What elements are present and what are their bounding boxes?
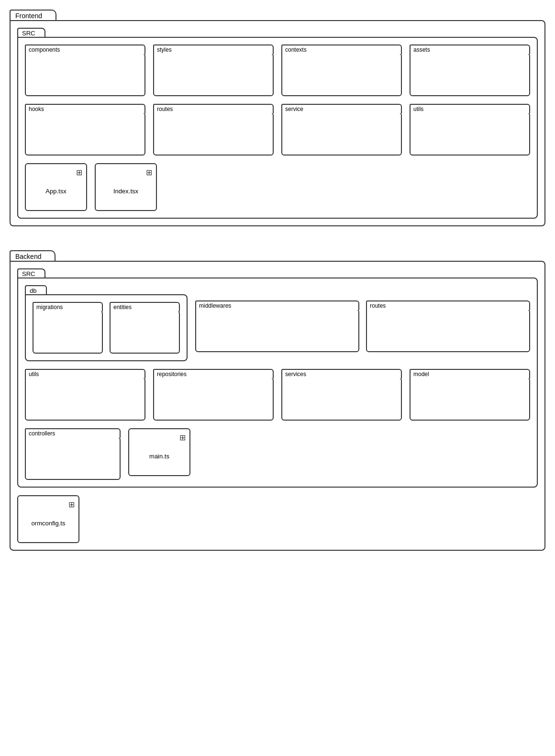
folder-service-tab: service [281, 104, 402, 113]
folder-services-tab: services [281, 369, 402, 378]
backend-db-container: migrations entities [25, 294, 188, 361]
folder-middlewares: middlewares [195, 300, 359, 352]
folder-repositories: repositories [153, 369, 274, 421]
frontend-folders-row2: hooks routes service utils [25, 104, 530, 156]
folder-entities-tab: entities [110, 302, 180, 311]
file-app-tsx: ⊞ App.tsx [25, 163, 87, 211]
folder-components-body [25, 53, 145, 96]
folder-service-body [281, 112, 402, 156]
backend-src-label: SRC [17, 268, 45, 278]
backend-mw-routes: middlewares routes [195, 300, 530, 361]
file-label-app: App.tsx [45, 188, 66, 195]
folder-backend-utils-tab: utils [25, 369, 145, 378]
folder-hooks-body [25, 112, 145, 156]
folder-contexts-tab: contexts [281, 44, 402, 54]
folder-backend-routes-tab: routes [366, 300, 530, 310]
folder-styles-body [153, 53, 274, 96]
file-ormconfig-ts: ⊞ ormconfig.ts [17, 495, 79, 543]
folder-repositories-body [153, 378, 274, 421]
folder-components-tab: components [25, 44, 145, 54]
folder-entities-body [110, 311, 180, 354]
folder-model-tab: model [410, 369, 530, 378]
folder-styles: styles [153, 44, 274, 96]
backend-db-row: db migrations entities [25, 285, 530, 361]
folder-repositories-tab: repositories [153, 369, 274, 378]
folder-middlewares-body [195, 309, 359, 352]
folder-styles-tab: styles [153, 44, 274, 54]
backend-folders-row2: utils repositories services model [25, 369, 530, 421]
file-index-tsx: ⊞ Index.tsx [95, 163, 157, 211]
file-icon-main: ⊞ [179, 433, 186, 442]
folder-controllers-tab: controllers [25, 428, 121, 438]
folder-migrations-body [33, 311, 103, 354]
frontend-label: Frontend [10, 10, 56, 21]
folder-contexts: contexts [281, 44, 402, 96]
file-main-ts: ⊞ main.ts [128, 428, 190, 476]
folder-hooks: hooks [25, 104, 145, 156]
folder-migrations-tab: migrations [33, 302, 103, 311]
file-label-ormconfig: ormconfig.ts [32, 520, 66, 527]
backend-db-section: db migrations entities [25, 285, 188, 361]
backend-row3: controllers ⊞ main.ts [25, 428, 530, 480]
folder-service: service [281, 104, 402, 156]
file-label-main: main.ts [149, 453, 169, 460]
backend-src-container: db migrations entities [17, 278, 538, 488]
backend-db-label: db [25, 285, 47, 295]
folder-components: components [25, 44, 145, 96]
file-label-index: Index.tsx [113, 188, 138, 195]
file-icon-ormconfig: ⊞ [68, 500, 75, 509]
folder-utils-tab: utils [410, 104, 530, 113]
folder-services-body [281, 378, 402, 421]
folder-middlewares-tab: middlewares [195, 300, 359, 310]
folder-utils-body [410, 112, 530, 156]
folder-utils: utils [410, 104, 530, 156]
folder-routes: routes [153, 104, 274, 156]
folder-controllers-body [25, 437, 121, 480]
folder-services: services [281, 369, 402, 421]
folder-assets-body [410, 53, 530, 96]
frontend-folders-row1: components styles contexts assets [25, 44, 530, 96]
file-icon-app: ⊞ [76, 168, 82, 177]
folder-hooks-tab: hooks [25, 104, 145, 113]
folder-contexts-body [281, 53, 402, 96]
folder-backend-utils-body [25, 378, 145, 421]
folder-controllers: controllers [25, 428, 121, 480]
frontend-container: SRC components styles contexts [10, 20, 545, 226]
backend-label: Backend [10, 250, 56, 262]
backend-outer-files: ⊞ ormconfig.ts [17, 495, 538, 543]
folder-backend-utils: utils [25, 369, 145, 421]
folder-routes-tab: routes [153, 104, 274, 113]
backend-container: SRC db migrations entities [10, 261, 545, 551]
frontend-src-container: components styles contexts assets [17, 37, 538, 219]
frontend-src-label: SRC [17, 28, 45, 38]
folder-routes-body [153, 112, 274, 156]
folder-assets-tab: assets [410, 44, 530, 54]
folder-assets: assets [410, 44, 530, 96]
folder-migrations: migrations [33, 302, 103, 354]
folder-model: model [410, 369, 530, 421]
folder-entities: entities [110, 302, 180, 354]
folder-backend-routes: routes [366, 300, 530, 352]
folder-backend-routes-body [366, 309, 530, 352]
folder-model-body [410, 378, 530, 421]
file-icon-index: ⊞ [146, 168, 152, 177]
frontend-files-row: ⊞ App.tsx ⊞ Index.tsx [25, 163, 530, 211]
